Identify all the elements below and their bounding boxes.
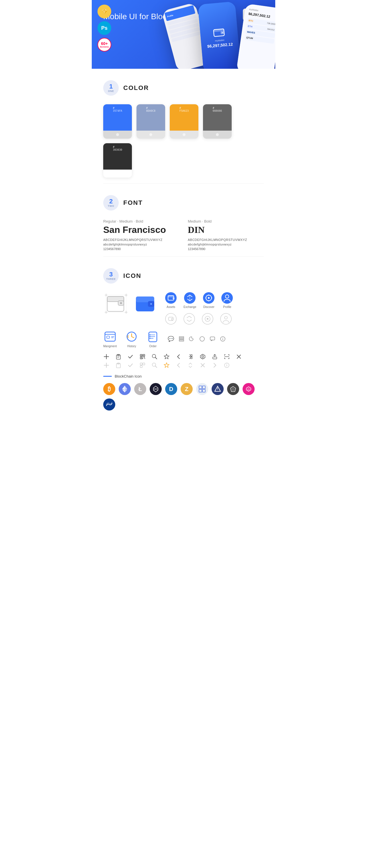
svg-point-18: [120, 302, 122, 304]
svg-rect-85: [141, 355, 142, 356]
misc-icons-row: 💬: [168, 336, 226, 348]
layers-icon: [179, 336, 185, 342]
svg-point-55: [221, 313, 231, 324]
svg-line-96: [155, 357, 157, 359]
ps-badge: Ps: [97, 21, 111, 35]
swatch-orange: #F5A623: [170, 104, 198, 138]
svg-marker-97: [164, 354, 169, 359]
exchange-icon-ghost: [184, 313, 195, 324]
zcash-logo: Z: [181, 383, 193, 395]
swatch-slate: #8DA0C8: [137, 104, 165, 138]
wallet-wireframe-1: [103, 292, 129, 315]
close-icon: [236, 353, 242, 360]
bottom-icons-row: Mangment History Order: [103, 330, 264, 348]
history-icon-group: History: [125, 330, 138, 348]
svg-rect-74: [210, 337, 215, 340]
svg-marker-122: [125, 390, 127, 393]
gear-icon: [200, 353, 206, 360]
swatch-gray: #666666: [203, 104, 232, 138]
sf-numbers: 1234567890: [103, 247, 179, 251]
number-1-label: ONE: [108, 90, 114, 93]
icon-main-row: Assets Exchange: [103, 292, 264, 324]
svg-marker-136: [247, 388, 250, 391]
svg-point-31: [150, 303, 152, 305]
svg-rect-100: [213, 357, 217, 359]
qr-icon-ghost: [139, 362, 146, 368]
din-numbers: 1234567890: [188, 247, 264, 251]
plus-icon: [103, 353, 110, 360]
svg-point-36: [173, 298, 174, 299]
din-lowercase: abcdefghijklmnopqrstuvwxyz: [188, 243, 264, 246]
din-font-name: DIN: [188, 225, 264, 235]
management-icon-group: Mangment: [103, 330, 117, 348]
svg-rect-72: [179, 340, 184, 341]
scan-icon: [224, 353, 230, 360]
profile-icon-group: Profile: [221, 292, 233, 309]
font-section: 2 TWO FONT Regular · Medium · Bold San F…: [92, 184, 275, 256]
ps-label: Ps: [101, 25, 108, 31]
din-style-label: Medium · Bold: [188, 219, 264, 223]
svg-point-77: [223, 338, 223, 338]
color-section-header: 1 ONE COLOR: [103, 80, 264, 96]
number-2-label: TWO: [108, 205, 114, 208]
moon-icon: [189, 336, 195, 342]
color-swatches-container: #3574FA #8DA0C8 #F5A623 #666666 #303030: [103, 104, 264, 178]
svg-point-56: [225, 316, 227, 319]
ark-logo: [211, 383, 224, 395]
discover-icon-group: Discover: [203, 292, 215, 309]
waves-logo: [103, 399, 115, 410]
number-3-label: THREE: [106, 278, 116, 280]
clipboard-icon: [115, 353, 121, 360]
svg-point-54: [207, 318, 208, 320]
search-icon: [151, 353, 158, 360]
svg-rect-127: [199, 386, 202, 389]
sf-font-name: San Francisco: [103, 225, 179, 235]
svg-point-69: [149, 338, 150, 339]
nav-icons-colored-row: Assets Exchange: [165, 292, 233, 309]
hero-section: Mobile UI for Blockchain Wallet UI Kit P…: [92, 0, 275, 69]
profile-icon-ghost: [220, 313, 232, 324]
svg-line-113: [155, 366, 157, 368]
svg-rect-129: [199, 389, 202, 392]
screens-label: Screens: [100, 45, 109, 48]
management-icon-label: Mangment: [103, 345, 117, 348]
svg-rect-110: [143, 363, 145, 365]
svg-point-99: [202, 356, 204, 358]
svg-marker-134: [231, 387, 235, 391]
exchange-icon-label: Exchange: [184, 305, 196, 309]
sf-uppercase: ABCDEFGHIJKLMNOPQRSTUVWXYZ: [103, 238, 179, 242]
assets-icon-ghost: [165, 313, 177, 324]
phone-mockup-2: myWallet $6,297,502.12: [198, 1, 241, 69]
nem-logo: [150, 383, 162, 395]
svg-rect-34: [168, 296, 174, 297]
font-title: FONT: [123, 199, 143, 207]
svg-rect-70: [179, 337, 184, 338]
font-sf: Regular · Medium · Bold San Francisco AB…: [103, 219, 179, 251]
assets-icon-group: Assets: [165, 292, 177, 309]
screens-count: 60+: [101, 41, 108, 45]
screens-badge: 60+ Screens: [97, 38, 111, 52]
blockchain-label-row: BlockChain Icon: [103, 374, 264, 378]
order-icon-group: Order: [146, 330, 159, 348]
sf-lowercase: abcdefghijklmnopqrstuvwxyz: [103, 243, 179, 246]
small-icons-row-2: [103, 362, 264, 368]
qr-icon: [139, 353, 146, 360]
font-grid: Regular · Medium · Bold San Francisco AB…: [103, 219, 264, 251]
svg-rect-128: [202, 386, 205, 389]
exchange-icon-ghost-small: [188, 362, 194, 368]
svg-point-68: [149, 336, 150, 337]
svg-rect-130: [202, 389, 205, 392]
grid-logo: [196, 383, 208, 395]
svg-point-51: [184, 313, 195, 324]
svg-marker-121: [122, 385, 125, 390]
svg-rect-87: [143, 355, 144, 356]
crypto-row: ₿ Ł D Z: [103, 383, 264, 410]
star-icon-orange: [163, 362, 170, 368]
phones-container: Profile myW: [163, 0, 275, 69]
svg-rect-109: [140, 363, 142, 365]
color-section: 1 ONE COLOR #3574FA #8DA0C8 #F5A623 #666…: [92, 69, 275, 183]
svg-rect-111: [140, 366, 142, 368]
check-icon-ghost: [127, 362, 134, 368]
plus-icon-ghost: [103, 362, 110, 368]
din-uppercase: ABCDEFGHIJKLMNOPQRSTUVWXYZ: [188, 238, 264, 242]
